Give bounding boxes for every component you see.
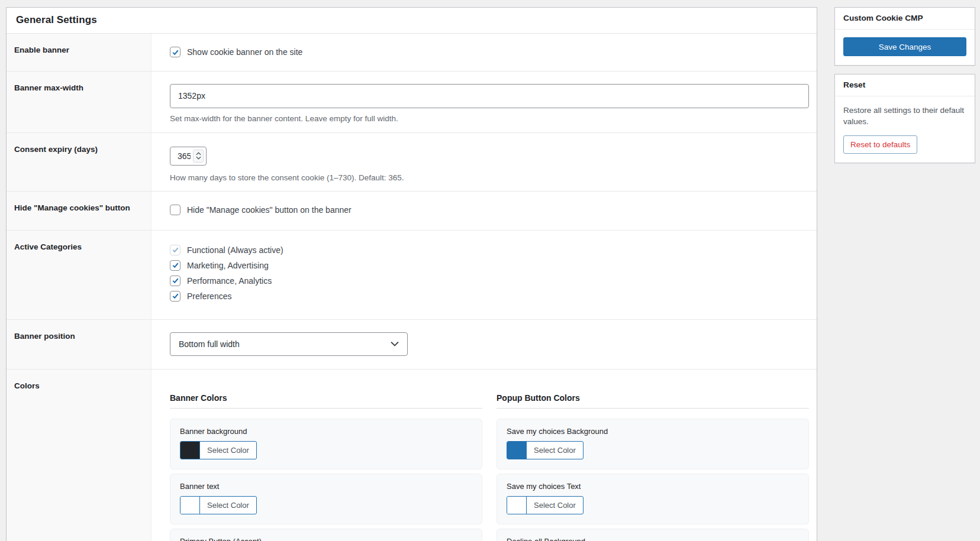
hide-manage-label: Hide "Manage cookies" button <box>7 192 151 230</box>
spinner-up-icon[interactable] <box>196 152 201 156</box>
color-swatch <box>180 497 200 514</box>
hide-manage-checkbox[interactable] <box>170 205 180 215</box>
color-card-primary-button: Primary Button (Accept) Select Color <box>170 529 482 541</box>
select-color-button-label: Select Color <box>200 442 256 459</box>
active-categories-label: Active Categories <box>7 231 151 319</box>
enable-banner-label: Enable banner <box>7 34 151 71</box>
spinner-down-icon[interactable] <box>196 156 201 160</box>
category-option-functional: Functional (Always active) <box>170 245 808 255</box>
select-color-button-save-choices-background[interactable]: Select Color <box>507 441 584 459</box>
number-stepper[interactable] <box>193 150 204 163</box>
category-option-preferences[interactable]: Preferences <box>170 291 808 302</box>
show-banner-option[interactable]: Show cookie banner on the site <box>170 47 302 57</box>
plugin-box: Custom Cookie CMP Save Changes <box>834 7 975 66</box>
consent-expiry-label: Consent expiry (days) <box>7 133 151 191</box>
color-card-banner-background: Banner background Select Color <box>170 419 482 469</box>
banner-max-width-description: Set max-width for the banner content. Le… <box>170 114 809 123</box>
sidebar: Custom Cookie CMP Save Changes Reset Res… <box>834 7 975 171</box>
color-card-banner-text: Banner text Select Color <box>170 474 482 524</box>
category-label: Performance, Analytics <box>187 276 272 286</box>
row-enable-banner: Enable banner Show cookie banner on the … <box>7 34 817 72</box>
hide-manage-checkbox-label: Hide "Manage cookies" button on the bann… <box>187 205 352 215</box>
save-changes-button[interactable]: Save Changes <box>843 37 966 56</box>
color-card-decline-background: Decline all Background Select Color <box>497 529 809 541</box>
category-label: Marketing, Advertising <box>187 261 269 270</box>
row-banner-position: Banner position Bottom full width <box>7 320 817 370</box>
row-banner-max-width: Banner max-width Set max-width for the b… <box>7 72 817 133</box>
color-swatch <box>507 497 527 514</box>
color-swatch <box>507 442 527 459</box>
consent-expiry-description: How many days to store the consent cooki… <box>170 173 809 182</box>
row-hide-manage-cookies: Hide "Manage cookies" button Hide "Manag… <box>7 192 817 231</box>
hide-manage-option[interactable]: Hide "Manage cookies" button on the bann… <box>170 205 352 215</box>
banner-max-width-input[interactable] <box>170 84 809 108</box>
banner-position-select[interactable]: Bottom full width <box>170 332 408 356</box>
category-option-performance[interactable]: Performance, Analytics <box>170 276 808 286</box>
color-label: Banner background <box>180 427 472 436</box>
chevron-down-icon <box>391 341 399 346</box>
show-banner-checkbox-label: Show cookie banner on the site <box>187 47 302 57</box>
category-checkbox-functional <box>170 245 180 255</box>
check-icon <box>172 48 179 56</box>
color-swatch <box>180 442 200 459</box>
banner-colors-section: Banner Colors Banner background Select C… <box>170 393 482 541</box>
popup-button-colors-heading: Popup Button Colors <box>497 393 809 409</box>
select-color-button-save-choices-text[interactable]: Select Color <box>507 496 584 514</box>
select-color-button-label: Select Color <box>200 497 256 514</box>
row-consent-expiry: Consent expiry (days) How many days to s… <box>7 133 817 192</box>
banner-position-selected-value: Bottom full width <box>179 339 240 349</box>
select-color-button-label: Select Color <box>527 442 583 459</box>
row-colors: Colors Banner Colors Banner background S… <box>7 370 817 541</box>
check-icon <box>172 246 179 254</box>
panel-header: General Settings <box>7 8 817 34</box>
color-label: Primary Button (Accept) <box>180 537 472 541</box>
check-icon <box>172 292 179 300</box>
plugin-box-title: Custom Cookie CMP <box>835 8 975 30</box>
color-label: Banner text <box>180 482 472 491</box>
color-card-save-choices-background: Save my choices Background Select Color <box>497 419 809 469</box>
category-label: Functional (Always active) <box>187 245 283 255</box>
category-label: Preferences <box>187 291 231 301</box>
banner-max-width-label: Banner max-width <box>7 72 151 132</box>
check-icon <box>172 261 179 269</box>
select-color-button-label: Select Color <box>527 497 583 514</box>
check-icon <box>172 277 179 284</box>
reset-box-title: Reset <box>835 74 975 96</box>
select-color-button-banner-text[interactable]: Select Color <box>180 496 257 514</box>
banner-colors-heading: Banner Colors <box>170 393 482 409</box>
reset-to-defaults-button[interactable]: Reset to defaults <box>843 135 917 154</box>
popup-button-colors-section: Popup Button Colors Save my choices Back… <box>497 393 809 541</box>
color-label: Decline all Background <box>507 537 799 541</box>
colors-label: Colors <box>7 370 151 541</box>
color-label: Save my choices Background <box>507 427 799 436</box>
category-checkbox-marketing[interactable] <box>170 260 180 271</box>
color-label: Save my choices Text <box>507 482 799 491</box>
reset-box: Reset Restore all settings to their defa… <box>834 74 975 163</box>
select-color-button-banner-background[interactable]: Select Color <box>180 441 257 459</box>
reset-description: Restore all settings to their default va… <box>843 105 966 128</box>
banner-position-label: Banner position <box>7 320 151 369</box>
page-title: General Settings <box>16 14 807 26</box>
color-card-save-choices-text: Save my choices Text Select Color <box>497 474 809 524</box>
show-banner-checkbox[interactable] <box>170 47 180 57</box>
category-option-marketing[interactable]: Marketing, Advertising <box>170 260 808 271</box>
general-settings-panel: General Settings Enable banner Show cook… <box>6 7 817 541</box>
row-active-categories: Active Categories Functional (Always act… <box>7 231 817 320</box>
category-checkbox-performance[interactable] <box>170 276 180 286</box>
category-checkbox-preferences[interactable] <box>170 291 180 302</box>
